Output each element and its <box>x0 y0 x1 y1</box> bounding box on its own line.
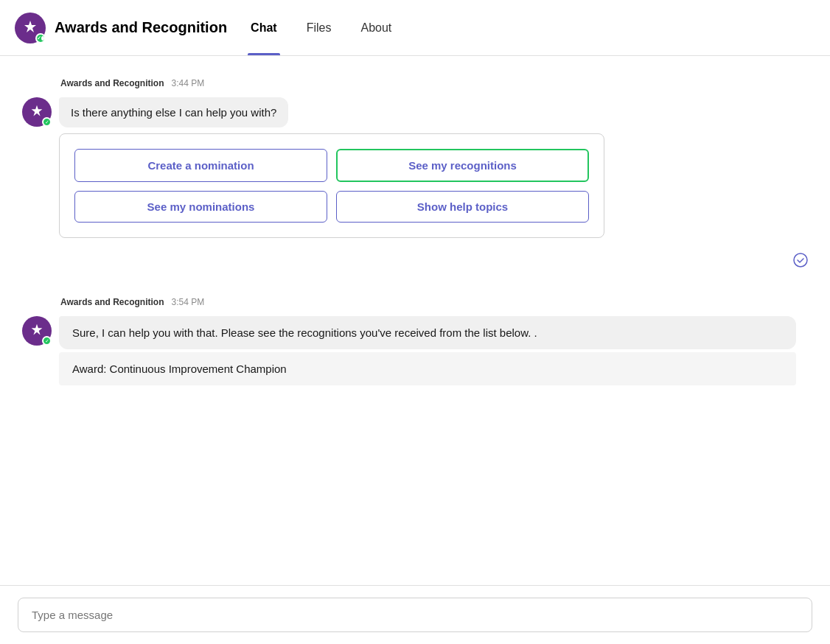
svg-point-0 <box>794 253 807 267</box>
message-time-1: 3:44 PM <box>171 78 204 88</box>
sender-name-1: Awards and Recognition <box>60 78 164 88</box>
card-buttons: Create a nomination See my recognitions … <box>74 149 589 223</box>
award-row: Award: Continuous Improvement Champion <box>59 352 796 385</box>
sender-name-2: Awards and Recognition <box>60 297 164 307</box>
message-content-2: Sure, I can help you with that. Please s… <box>59 316 808 385</box>
tab-files[interactable]: Files <box>304 0 335 55</box>
avatar-2: ✓ <box>22 316 52 346</box>
message-input-area <box>0 585 830 644</box>
nav-tabs: Chat Files About <box>248 0 394 55</box>
online-status-indicator: ✓ <box>35 33 46 43</box>
message-row-1: ✓ Is there anything else I can help you … <box>22 97 808 238</box>
create-nomination-button[interactable]: Create a nomination <box>74 149 327 182</box>
app-header: ✓ Awards and Recognition Chat Files Abou… <box>0 0 830 56</box>
see-recognitions-button[interactable]: See my recognitions <box>336 149 589 182</box>
avatar-status-2: ✓ <box>42 336 52 346</box>
tab-chat[interactable]: Chat <box>248 0 280 55</box>
message-input[interactable] <box>18 598 812 632</box>
message-bubble-2: Sure, I can help you with that. Please s… <box>59 316 796 349</box>
message-block-2: Awards and Recognition 3:54 PM ✓ Sure, I… <box>22 297 808 385</box>
message-row-2: ✓ Sure, I can help you with that. Please… <box>22 316 808 385</box>
message-card-1: Create a nomination See my recognitions … <box>59 133 604 238</box>
message-check-icon-1 <box>793 244 808 267</box>
tab-about[interactable]: About <box>358 0 394 55</box>
app-logo: ✓ <box>15 13 46 43</box>
avatar-status-1: ✓ <box>42 117 52 127</box>
show-help-topics-button[interactable]: Show help topics <box>336 191 589 223</box>
avatar-1: ✓ <box>22 97 52 127</box>
see-nominations-button[interactable]: See my nominations <box>74 191 327 223</box>
chat-area: Awards and Recognition 3:44 PM ✓ Is ther… <box>0 56 830 585</box>
message-content-1: Is there anything else I can help you wi… <box>59 97 808 238</box>
message-time-2: 3:54 PM <box>171 297 204 307</box>
app-title: Awards and Recognition <box>55 19 227 36</box>
message-bubble-1: Is there anything else I can help you wi… <box>59 97 288 127</box>
message-meta-2: Awards and Recognition 3:54 PM <box>60 297 808 307</box>
message-meta-1: Awards and Recognition 3:44 PM <box>60 78 808 88</box>
message-block-1: Awards and Recognition 3:44 PM ✓ Is ther… <box>22 78 808 267</box>
